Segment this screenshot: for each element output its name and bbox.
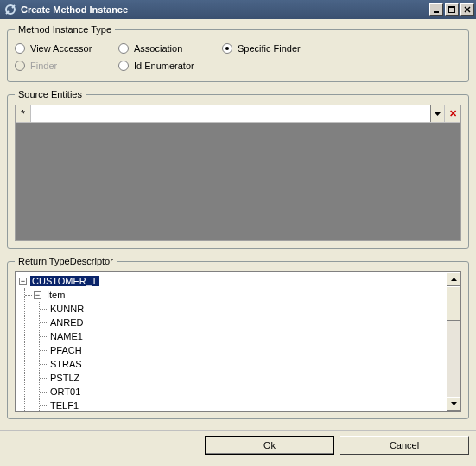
- tree-leaf[interactable]: PFACH: [48, 343, 443, 357]
- source-entities-grid: * ✕: [15, 105, 461, 241]
- scroll-thumb[interactable]: [447, 286, 460, 321]
- tree-node-root[interactable]: − CUSTOMER_T: [19, 274, 443, 288]
- source-entities-group: Source Entities * ✕: [7, 89, 469, 249]
- svg-rect-3: [448, 6, 455, 8]
- radio-id-enumerator[interactable]: Id Enumerator: [118, 57, 222, 74]
- close-button[interactable]: [460, 3, 474, 16]
- tree-leaf[interactable]: STRAS: [48, 357, 443, 371]
- tree-leaf-label[interactable]: NAME1: [48, 331, 85, 342]
- tree-leaf-label[interactable]: ORT01: [48, 386, 82, 397]
- tree-leaf[interactable]: ANRED: [48, 316, 443, 329]
- collapse-icon[interactable]: −: [19, 278, 27, 285]
- tree-item-label[interactable]: Item: [45, 290, 67, 300]
- tree-node-item[interactable]: − Item: [34, 288, 443, 302]
- tree-leaf-label[interactable]: PSTLZ: [48, 373, 81, 383]
- chevron-down-icon[interactable]: [430, 105, 444, 122]
- minimize-button[interactable]: [429, 3, 443, 16]
- new-row-marker: *: [16, 105, 31, 122]
- collapse-icon[interactable]: −: [34, 291, 41, 299]
- tree-root-label[interactable]: CUSTOMER_T: [30, 276, 99, 286]
- tree-leaf-label[interactable]: KUNNR: [48, 303, 86, 314]
- return-type-group: Return TypeDescriptor − CUSTOMER_T − Ite…: [7, 256, 469, 419]
- tree-leaf[interactable]: KUNNR: [48, 302, 443, 316]
- title-bar: Create Method Instance: [0, 0, 476, 19]
- ok-button[interactable]: Ok: [205, 436, 334, 455]
- new-entity-row: * ✕: [16, 105, 460, 123]
- maximize-button[interactable]: [445, 3, 459, 16]
- tree-scrollbar[interactable]: [447, 272, 460, 411]
- tree-leaf-label[interactable]: ANRED: [48, 317, 86, 328]
- return-type-legend: Return TypeDescriptor: [15, 256, 117, 266]
- entity-combo[interactable]: [31, 105, 445, 122]
- scroll-up-button[interactable]: [447, 272, 460, 286]
- radio-finder: Finder: [15, 57, 118, 74]
- tree-leaf[interactable]: ORT01: [48, 385, 443, 399]
- tree-leaf-label[interactable]: PFACH: [48, 345, 84, 355]
- svg-rect-1: [434, 11, 439, 13]
- app-icon: [3, 3, 17, 16]
- radio-specific-finder[interactable]: Specific Finder: [222, 40, 326, 57]
- method-type-legend: Method Instance Type: [15, 24, 115, 35]
- tree-leaf[interactable]: PSTLZ: [48, 371, 443, 385]
- scroll-down-button[interactable]: [447, 397, 460, 411]
- cancel-button[interactable]: Cancel: [340, 436, 469, 455]
- source-entities-legend: Source Entities: [15, 89, 86, 99]
- radio-view-accessor[interactable]: View Accessor: [15, 40, 118, 57]
- radio-association[interactable]: Association: [118, 40, 222, 57]
- tree-leaf-label[interactable]: STRAS: [48, 359, 84, 369]
- tree-leaf[interactable]: NAME1: [48, 329, 443, 343]
- tree-leaf-label[interactable]: TELF1: [48, 400, 80, 411]
- type-tree: − CUSTOMER_T − Item KUNNRANREDNAME1PFACH…: [15, 271, 461, 412]
- delete-row-button[interactable]: ✕: [445, 105, 460, 122]
- window-title: Create Method Instance: [21, 4, 428, 15]
- dialog-button-bar: Ok Cancel: [0, 430, 476, 460]
- method-instance-type-group: Method Instance Type View Accessor Assoc…: [7, 24, 469, 82]
- scroll-track[interactable]: [447, 286, 460, 397]
- tree-leaf[interactable]: TELF1: [48, 399, 443, 411]
